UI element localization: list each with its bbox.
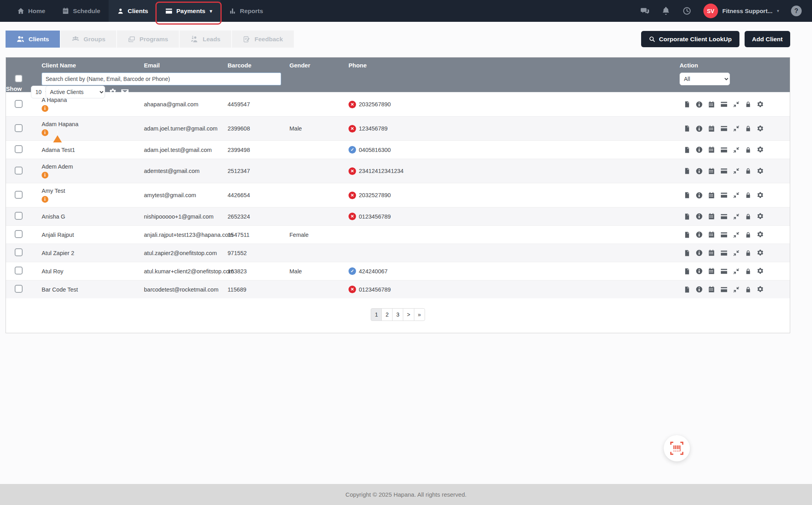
- document-icon[interactable]: [684, 286, 691, 293]
- gear-icon[interactable]: [756, 231, 764, 238]
- info-circle-icon[interactable]: [695, 286, 703, 293]
- document-icon[interactable]: [684, 231, 691, 238]
- calendar-grid-icon[interactable]: [708, 249, 715, 257]
- gear-icon[interactable]: [756, 267, 764, 275]
- info-circle-icon[interactable]: [695, 267, 703, 275]
- search-input[interactable]: [42, 73, 281, 85]
- gear-icon[interactable]: [756, 213, 764, 220]
- credit-card-icon[interactable]: [720, 100, 728, 108]
- tab-feedback[interactable]: Feedback: [232, 31, 294, 48]
- credit-card-icon[interactable]: [720, 267, 728, 275]
- calendar-grid-icon[interactable]: [708, 101, 715, 108]
- credit-card-icon[interactable]: [720, 191, 728, 199]
- tab-programs[interactable]: Programs: [117, 31, 179, 48]
- credit-card-icon[interactable]: [720, 213, 728, 221]
- info-circle-icon[interactable]: [695, 146, 703, 154]
- row-checkbox[interactable]: [15, 167, 23, 175]
- info-circle-icon[interactable]: [695, 192, 703, 199]
- row-checkbox[interactable]: [15, 285, 23, 293]
- row-checkbox[interactable]: [15, 191, 23, 199]
- page-button-3[interactable]: 3: [392, 308, 403, 321]
- gear-icon[interactable]: [756, 125, 764, 132]
- credit-card-icon[interactable]: [720, 231, 728, 239]
- row-checkbox[interactable]: [15, 100, 23, 108]
- lock-icon[interactable]: [745, 213, 752, 220]
- credit-card-icon[interactable]: [720, 249, 728, 257]
- calendar-grid-icon[interactable]: [708, 125, 715, 132]
- calendar-grid-icon[interactable]: [708, 286, 715, 293]
- info-icon[interactable]: i: [42, 105, 48, 112]
- compress-icon[interactable]: [733, 250, 740, 257]
- warning-icon[interactable]: !: [53, 129, 62, 136]
- lock-icon[interactable]: [745, 286, 752, 293]
- info-circle-icon[interactable]: [695, 231, 703, 238]
- compress-icon[interactable]: [733, 146, 740, 154]
- compress-icon[interactable]: [733, 167, 740, 175]
- lock-icon[interactable]: [745, 231, 752, 238]
- chat-icon[interactable]: [640, 6, 649, 15]
- calendar-grid-icon[interactable]: [708, 146, 715, 154]
- gear-icon[interactable]: [756, 192, 764, 199]
- gear-icon[interactable]: [756, 249, 764, 257]
- info-circle-icon[interactable]: [695, 125, 703, 132]
- nav-item-home[interactable]: Home: [9, 0, 54, 22]
- row-checkbox[interactable]: [15, 212, 23, 220]
- calendar-grid-icon[interactable]: [708, 167, 715, 175]
- credit-card-icon[interactable]: [720, 286, 728, 294]
- document-icon[interactable]: [684, 167, 691, 175]
- compress-icon[interactable]: [733, 192, 740, 199]
- lock-icon[interactable]: [745, 125, 752, 132]
- info-circle-icon[interactable]: [695, 249, 703, 257]
- page-button->[interactable]: >: [403, 308, 414, 321]
- row-checkbox[interactable]: [15, 267, 23, 275]
- lock-icon[interactable]: [745, 101, 752, 108]
- tab-groups[interactable]: Groups: [61, 31, 116, 48]
- compress-icon[interactable]: [733, 101, 740, 108]
- compress-icon[interactable]: [733, 213, 740, 220]
- gear-icon[interactable]: [756, 101, 764, 108]
- lock-icon[interactable]: [745, 192, 752, 199]
- document-icon[interactable]: [684, 125, 691, 132]
- select-all-checkbox[interactable]: [15, 75, 23, 83]
- credit-card-icon[interactable]: [720, 125, 728, 132]
- page-button-»[interactable]: »: [414, 308, 425, 321]
- calendar-grid-icon[interactable]: [708, 231, 715, 238]
- compress-icon[interactable]: [733, 268, 740, 275]
- row-checkbox[interactable]: [15, 124, 23, 132]
- compress-icon[interactable]: [733, 125, 740, 132]
- info-circle-icon[interactable]: [695, 167, 703, 175]
- credit-card-icon[interactable]: [720, 146, 728, 154]
- gear-icon[interactable]: [756, 286, 764, 293]
- compress-icon[interactable]: [733, 231, 740, 238]
- row-checkbox[interactable]: [15, 248, 23, 256]
- document-icon[interactable]: [684, 192, 691, 199]
- document-icon[interactable]: [684, 268, 691, 275]
- nav-item-clients[interactable]: Clients: [109, 0, 157, 22]
- corporate-client-lookup-button[interactable]: Corporate Client LookUp: [641, 31, 739, 47]
- lock-icon[interactable]: [745, 250, 752, 257]
- page-button-1[interactable]: 1: [371, 308, 382, 321]
- help-icon[interactable]: ?: [791, 6, 802, 16]
- info-icon[interactable]: i: [42, 172, 48, 179]
- gear-icon[interactable]: [756, 167, 764, 175]
- bell-icon[interactable]: [661, 6, 670, 15]
- calendar-grid-icon[interactable]: [708, 192, 715, 199]
- info-circle-icon[interactable]: [695, 213, 703, 220]
- gear-icon[interactable]: [756, 146, 764, 154]
- nav-item-reports[interactable]: Reports: [220, 0, 272, 22]
- compress-icon[interactable]: [733, 286, 740, 293]
- calendar-grid-icon[interactable]: [708, 267, 715, 275]
- row-checkbox[interactable]: [15, 145, 23, 153]
- nav-item-schedule[interactable]: Schedule: [54, 0, 109, 22]
- document-icon[interactable]: [684, 213, 691, 220]
- lock-icon[interactable]: [745, 268, 752, 275]
- account-menu[interactable]: SV Fitness Support... ▾: [703, 4, 779, 18]
- credit-card-icon[interactable]: [720, 167, 728, 175]
- tab-leads[interactable]: Leads: [180, 31, 231, 48]
- info-circle-icon[interactable]: [695, 101, 703, 108]
- calendar-grid-icon[interactable]: [708, 213, 715, 220]
- document-icon[interactable]: [684, 146, 691, 154]
- info-icon[interactable]: i: [42, 129, 48, 136]
- document-icon[interactable]: [684, 250, 691, 257]
- nav-item-payments[interactable]: Payments▾: [157, 0, 220, 22]
